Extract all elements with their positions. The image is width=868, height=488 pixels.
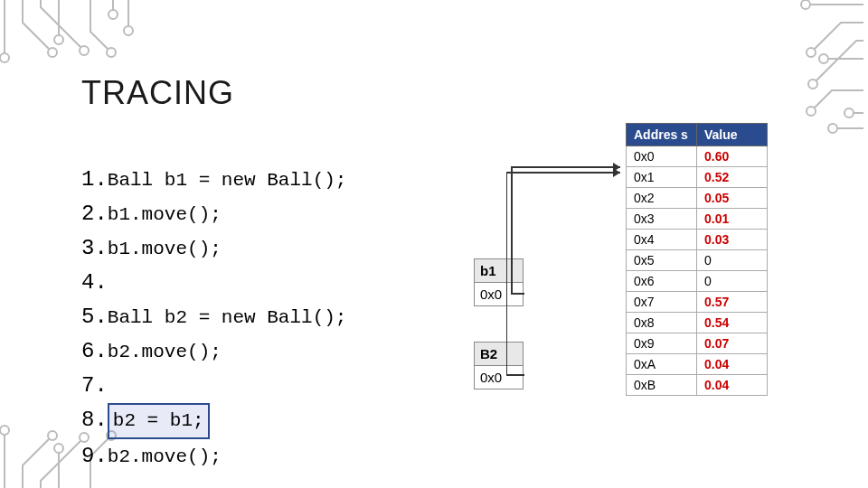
mem-val: 0.05 — [697, 188, 768, 209]
mem-val: 0.04 — [697, 354, 768, 375]
code-line: 6.b2.move(); — [81, 334, 346, 369]
mem-header-val: Value — [697, 124, 768, 146]
svg-point-6 — [124, 26, 133, 35]
line-text: b1.move(); — [108, 239, 222, 259]
mem-row: 0x10.52 — [627, 167, 768, 188]
mem-addr: 0x7 — [627, 292, 697, 313]
line-text: b2 = b1; — [108, 403, 210, 439]
mem-val: 0.60 — [697, 146, 768, 167]
line-number: 4. — [81, 270, 108, 295]
mem-addr: 0x8 — [627, 313, 697, 333]
svg-point-13 — [828, 124, 837, 133]
code-line: 2.b1.move(); — [81, 197, 346, 231]
mem-addr: 0xA — [627, 354, 697, 375]
line-number: 8. — [81, 408, 108, 432]
svg-point-2 — [80, 46, 89, 55]
slide-title: TRACING — [81, 74, 234, 112]
svg-point-10 — [819, 54, 828, 63]
svg-point-4 — [107, 48, 116, 57]
mem-row: 0x70.57 — [627, 292, 768, 313]
mem-row: 0x60 — [627, 271, 768, 292]
mem-addr: 0x9 — [627, 333, 697, 354]
code-line: 3.b1.move(); — [81, 231, 346, 266]
code-line: 1.Ball b1 = new Ball(); — [81, 163, 346, 197]
svg-point-8 — [807, 48, 816, 57]
svg-point-5 — [108, 10, 118, 19]
mem-row: 0x50 — [627, 250, 768, 271]
line-text: b1.move(); — [108, 204, 222, 225]
mem-val: 0.57 — [697, 292, 768, 313]
code-line: 7. — [81, 369, 346, 403]
line-text: Ball b1 = new Ball(); — [108, 170, 347, 191]
mem-header-addr: Addres s — [627, 124, 697, 146]
mem-addr: 0x0 — [627, 146, 697, 167]
svg-point-17 — [54, 444, 63, 453]
mem-val: 0.04 — [697, 375, 768, 396]
line-text: b2.move(); — [108, 342, 222, 362]
mem-addr: 0x1 — [627, 167, 697, 188]
svg-point-9 — [808, 80, 817, 89]
code-line: 8.b2 = b1; — [81, 403, 346, 439]
mem-row: 0xA0.04 — [627, 354, 768, 375]
mem-row: 0x80.54 — [627, 313, 768, 333]
code-block: 1.Ball b1 = new Ball();2.b1.move();3.b1.… — [81, 163, 346, 474]
line-text: b2.move(); — [108, 446, 222, 467]
line-number: 2. — [81, 202, 108, 226]
svg-point-3 — [54, 35, 63, 44]
svg-point-11 — [807, 107, 816, 116]
svg-point-0 — [0, 53, 9, 62]
svg-point-7 — [801, 0, 810, 9]
mem-val: 0 — [697, 271, 768, 292]
line-number: 1. — [81, 167, 108, 192]
mem-addr: 0xB — [627, 375, 697, 396]
mem-row: 0xB0.04 — [627, 375, 768, 396]
svg-point-14 — [0, 426, 9, 435]
mem-addr: 0x2 — [627, 188, 697, 209]
svg-point-1 — [48, 48, 57, 57]
line-text: Ball b2 = new Ball(); — [108, 307, 347, 328]
line-number: 9. — [81, 444, 108, 468]
mem-row: 0x40.03 — [627, 230, 768, 250]
mem-row: 0x00.60 — [627, 146, 768, 167]
mem-addr: 0x6 — [627, 271, 697, 292]
code-line: 4. — [81, 266, 346, 300]
mem-addr: 0x4 — [627, 230, 697, 250]
mem-addr: 0x3 — [627, 209, 697, 230]
line-number: 5. — [81, 305, 108, 329]
mem-row: 0x30.01 — [627, 209, 768, 230]
memory-table: Addres s Value 0x00.600x10.520x20.050x30… — [626, 123, 768, 396]
code-line: 9.b2.move(); — [81, 439, 346, 474]
mem-val: 0.03 — [697, 230, 768, 250]
mem-row: 0x20.05 — [627, 188, 768, 209]
line-number: 7. — [81, 373, 108, 398]
mem-val: 0.01 — [697, 209, 768, 230]
line-number: 6. — [81, 339, 108, 363]
mem-row: 0x90.07 — [627, 333, 768, 354]
mem-val: 0.52 — [697, 167, 768, 188]
svg-point-12 — [844, 108, 854, 117]
code-line: 5.Ball b2 = new Ball(); — [81, 300, 346, 334]
mem-val: 0.54 — [697, 313, 768, 333]
line-number: 3. — [81, 236, 108, 260]
mem-addr: 0x5 — [627, 250, 697, 271]
svg-point-15 — [48, 431, 57, 440]
pointer-arrows — [506, 154, 633, 389]
mem-val: 0.07 — [697, 333, 768, 354]
mem-val: 0 — [697, 250, 768, 271]
